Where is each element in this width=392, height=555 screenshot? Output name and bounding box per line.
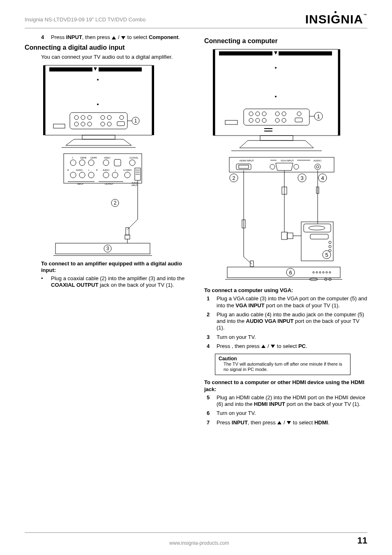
page-number: 11 [357,535,367,546]
svg-rect-8 [70,113,127,129]
list-item: 3 Turn on your TV. [207,334,367,341]
caution-body: The TV will automatically turn off after… [224,362,347,372]
svg-point-18 [101,122,105,126]
svg-text:L: L [115,169,116,171]
svg-rect-20 [117,122,125,126]
list-item: • Plug a coaxial cable (2) into the ampl… [41,275,188,289]
svg-point-13 [107,115,111,120]
up-icon [277,421,281,424]
down-icon [287,421,291,424]
svg-rect-142 [250,261,254,267]
section-heading: Connecting a computer [204,37,367,45]
svg-rect-4 [99,67,142,71]
svg-point-113 [294,164,299,169]
up-icon [261,345,265,348]
svg-rect-128 [301,222,333,261]
svg-rect-25 [82,135,115,139]
svg-text:6: 6 [289,269,292,276]
svg-text:INPUT: INPUT [131,184,138,187]
svg-point-146 [313,272,314,273]
list-item: 7 Press INPUT, then press / to select HD… [207,419,367,426]
svg-point-48 [79,172,85,178]
svg-point-16 [81,122,85,126]
svg-point-150 [326,272,327,273]
svg-text:S-VIDEO: S-VIDEO [123,169,132,171]
down-icon [271,345,275,348]
list-item: 5 Plug an HDMI cable (2) into the HDMI p… [207,394,367,408]
svg-point-86 [275,112,279,116]
svg-point-112 [270,164,275,169]
svg-text:AUDIO: AUDIO [103,169,109,171]
svg-point-93 [282,118,286,122]
svg-point-147 [316,272,318,273]
svg-rect-76 [338,49,340,136]
svg-point-115 [316,166,319,168]
svg-text:2: 2 [114,200,117,206]
svg-rect-3 [49,67,92,71]
svg-point-88 [297,112,301,116]
left-column: 4 Press INPUT, then press / to select Co… [25,34,188,532]
diagram-computer: 1 HDMI INPUT VGA INPUT AUDIO [207,47,350,281]
svg-point-7 [97,104,99,105]
svg-rect-0 [45,65,152,135]
svg-point-114 [315,164,321,170]
svg-point-89 [249,118,253,122]
svg-text:COAXIAL: COAXIAL [129,157,138,159]
svg-text:1: 1 [134,118,137,124]
caution-heading: Caution [219,356,347,362]
svg-point-80 [275,67,277,69]
caution-box: Caution The TV will automatically turn o… [215,354,350,375]
svg-text:CR/PR: CR/PR [90,157,97,159]
svg-point-12 [101,115,105,120]
svg-point-85 [262,112,266,116]
svg-point-6 [97,79,99,81]
svg-text:4: 4 [321,175,324,181]
svg-rect-74 [215,49,338,136]
svg-rect-110 [236,164,251,170]
svg-point-151 [329,272,331,273]
svg-text:3: 3 [106,246,109,251]
svg-point-50 [103,172,109,178]
brand-logo: INSIGNIA™ [305,12,367,26]
svg-point-11 [88,115,92,120]
svg-text:L: L [88,169,90,171]
svg-point-35 [79,160,85,166]
svg-marker-26 [66,139,131,145]
sub-heading: To connect to an amplifier equipped with… [41,260,188,274]
svg-point-81 [275,96,277,97]
svg-rect-137 [281,232,287,240]
svg-rect-138 [287,233,293,239]
list-item: 6 Turn on your TV. [207,410,367,417]
svg-rect-66 [125,235,130,239]
svg-text:VIDEO: VIDEO [104,157,111,159]
svg-point-9 [74,115,78,120]
svg-point-90 [256,118,260,122]
svg-text:CB/PB: CB/PB [80,157,87,159]
svg-point-87 [282,112,286,116]
svg-text:2: 2 [232,175,235,181]
svg-text:HDMI INPUT: HDMI INPUT [240,159,254,162]
svg-text:AUDIO: AUDIO [314,159,321,162]
svg-text:R: R [67,169,69,171]
right-column: Connecting a computer [204,34,367,532]
svg-point-130 [309,226,325,230]
svg-rect-77 [219,51,272,55]
svg-rect-101 [260,136,293,140]
svg-point-34 [70,160,76,166]
svg-point-47 [70,172,76,178]
svg-text:3: 3 [300,175,303,181]
svg-rect-143 [227,267,340,278]
svg-rect-94 [295,118,302,122]
svg-point-149 [323,272,324,273]
svg-point-36 [88,160,94,166]
list-item: 2 Plug an audio cable (4) into the audio… [207,311,367,332]
svg-rect-70 [55,243,150,254]
svg-point-91 [262,118,266,122]
svg-text:OUTPUT: OUTPUT [105,183,113,185]
svg-rect-129 [304,224,331,232]
svg-point-37 [103,160,109,166]
svg-point-51 [112,172,118,178]
svg-marker-5 [94,67,97,71]
page-footer: www.insignia-products.com 11 [25,532,367,546]
footer-url: www.insignia-products.com [41,540,357,546]
